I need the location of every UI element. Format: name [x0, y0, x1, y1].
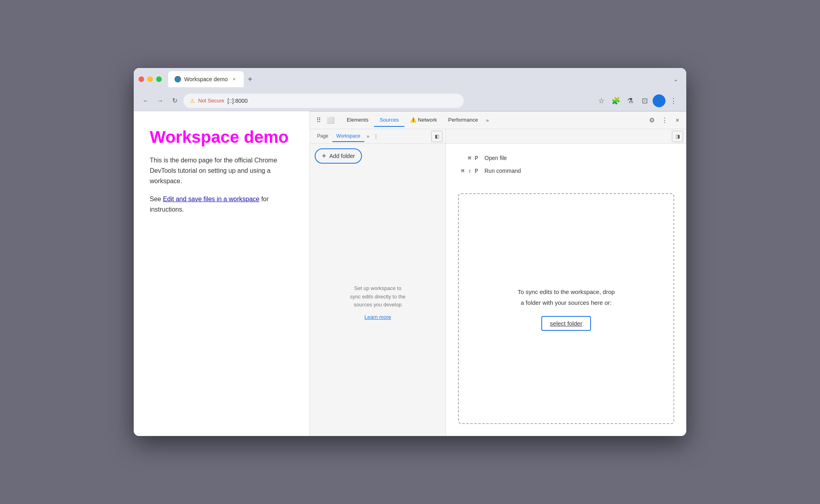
more-options-icon[interactable]: ⋮: [667, 94, 680, 107]
tab-close-button[interactable]: ×: [231, 76, 237, 82]
forward-button[interactable]: →: [155, 95, 166, 106]
page-title: Workspace demo: [150, 127, 293, 147]
not-secure-label: Not Secure: [198, 98, 224, 104]
tab-favicon: 🌐: [175, 76, 181, 82]
refresh-button[interactable]: ↻: [169, 95, 180, 106]
tab-bar: 🌐 Workspace demo × +: [168, 71, 670, 87]
empty-state: Set up workspace to sync edits directly …: [310, 168, 446, 436]
device-toolbar-icon[interactable]: ⬜: [325, 115, 336, 126]
run-command-shortcut: ⌘ ⇧ P Run command: [454, 164, 678, 177]
title-bar-right: ⌄: [673, 76, 681, 83]
devtools-right-icons: ⚙ ⋮ ×: [646, 115, 683, 126]
sources-panel: Page Workspace » ⋮ ◧ + Add folder: [310, 129, 686, 436]
devtools-panel: ⠿ ⬜ Elements Sources ⚠️ Network Performa…: [310, 111, 686, 436]
webpage: Workspace demo This is the demo page for…: [134, 111, 310, 436]
active-tab[interactable]: 🌐 Workspace demo ×: [168, 71, 244, 87]
sources-tabs: Page Workspace » ⋮ ◧: [310, 129, 446, 144]
page-body-1: This is the demo page for the official C…: [150, 155, 293, 186]
add-folder-label: Add folder: [330, 153, 355, 159]
profile-icon[interactable]: 👤: [653, 94, 665, 107]
sources-main-header: ◨: [446, 129, 686, 144]
page-body-2-prefix: See: [150, 196, 163, 202]
run-command-label: Run command: [484, 168, 521, 174]
sources-sidebar: Page Workspace » ⋮ ◧ + Add folder: [310, 129, 446, 436]
omnibox[interactable]: ⚠ Not Secure [::]:8000: [183, 94, 464, 108]
empty-state-text: Set up workspace to sync edits directly …: [350, 284, 406, 309]
network-warning-icon: ⚠️: [410, 117, 418, 123]
devtools-settings-icon[interactable]: ⚙: [646, 115, 657, 126]
right-panel-content: ⌘ P Open file ⌘ ⇧ P Run command: [446, 144, 686, 436]
page-body-2: See Edit and save files in a workspace f…: [150, 194, 293, 214]
performance-tab[interactable]: Performance: [442, 114, 483, 127]
select-folder-button[interactable]: select folder: [541, 316, 591, 331]
add-folder-section: + Add folder: [310, 144, 446, 168]
shortcuts-area: ⌘ P Open file ⌘ ⇧ P Run command: [454, 152, 678, 177]
minimize-traffic-light[interactable]: [147, 76, 153, 82]
learn-more-link[interactable]: Learn more: [364, 314, 391, 320]
devtools-more-icon[interactable]: ⋮: [659, 115, 670, 126]
open-file-shortcut: ⌘ P Open file: [454, 152, 678, 164]
split-icon[interactable]: ⊡: [638, 94, 651, 107]
url-text: [::]:8000: [227, 98, 248, 104]
sources-tab[interactable]: Sources: [374, 114, 404, 127]
extensions-icon[interactable]: 🧩: [609, 94, 622, 107]
network-tab[interactable]: ⚠️ Network: [404, 114, 442, 127]
drop-zone[interactable]: To sync edits to the workspace, drop a f…: [458, 193, 674, 424]
bookmark-icon[interactable]: ☆: [595, 94, 608, 107]
more-source-tabs-button[interactable]: »: [364, 131, 372, 142]
content-area: Workspace demo This is the demo page for…: [134, 111, 686, 436]
address-bar: ← → ↻ ⚠ Not Secure [::]:8000 ☆ 🧩 ⚗ ⊡ 👤 ⋮: [134, 90, 686, 111]
maximize-traffic-light[interactable]: [156, 76, 162, 82]
tab-title: Workspace demo: [184, 76, 228, 82]
inspect-element-icon[interactable]: ⠿: [313, 115, 324, 126]
add-folder-plus-icon: +: [322, 152, 326, 160]
back-button[interactable]: ←: [140, 95, 151, 106]
source-tabs-menu-button[interactable]: ⋮: [374, 134, 378, 139]
run-command-key: ⌘ ⇧ P: [454, 168, 478, 174]
close-traffic-light[interactable]: [139, 76, 144, 82]
new-tab-button[interactable]: +: [244, 73, 257, 86]
browser-window: 🌐 Workspace demo × + ⌄ ← → ↻ ⚠ Not Secur…: [134, 68, 686, 436]
open-file-key: ⌘ P: [454, 155, 478, 161]
drop-zone-text: To sync edits to the workspace, drop a f…: [518, 286, 615, 308]
devtools-tabs: Elements Sources ⚠️ Network Performance …: [341, 114, 646, 127]
right-panel-toggle-button[interactable]: ◨: [672, 131, 683, 142]
add-folder-button[interactable]: + Add folder: [315, 148, 362, 164]
browser-toolbar-icons: ☆ 🧩 ⚗ ⊡ 👤 ⋮: [595, 94, 680, 107]
more-tabs-button[interactable]: »: [484, 114, 491, 126]
workspace-link[interactable]: Edit and save files in a workspace: [163, 196, 259, 202]
devtools-topbar: ⠿ ⬜ Elements Sources ⚠️ Network Performa…: [310, 112, 686, 129]
traffic-lights: [139, 76, 162, 82]
chevron-down-icon[interactable]: ⌄: [673, 76, 678, 82]
devtools-body: Page Workspace » ⋮ ◧ + Add folder: [310, 129, 686, 436]
workspace-tab[interactable]: Workspace: [332, 131, 364, 142]
panel-toggle-button[interactable]: ◧: [431, 131, 442, 142]
sources-main: ◨ ⌘ P Open file ⌘ ⇧ P: [446, 129, 686, 436]
open-file-label: Open file: [484, 155, 507, 161]
title-bar: 🌐 Workspace demo × + ⌄: [134, 68, 686, 90]
devtools-close-icon[interactable]: ×: [672, 115, 683, 126]
page-tab[interactable]: Page: [313, 131, 332, 142]
devtools-toolbar-icons: ⠿ ⬜: [313, 115, 336, 126]
security-warning-icon: ⚠: [190, 98, 195, 104]
lab-icon[interactable]: ⚗: [624, 94, 637, 107]
elements-tab[interactable]: Elements: [341, 114, 374, 127]
